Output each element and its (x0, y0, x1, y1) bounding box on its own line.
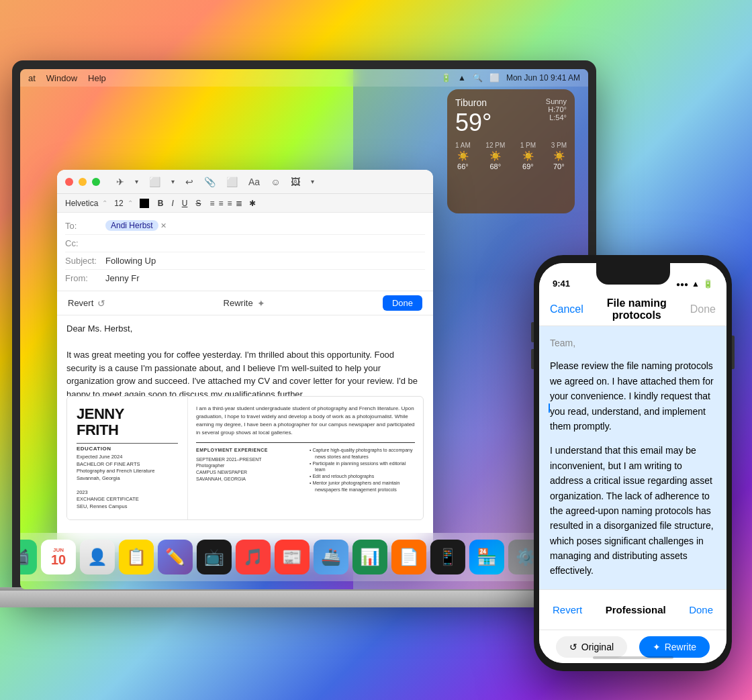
dock-news[interactable]: 📰 (275, 540, 310, 574)
ios-original-button[interactable]: ↺ Original (556, 636, 627, 658)
font-name[interactable]: Helvetica (65, 199, 98, 208)
subject-label: Subject: (65, 256, 105, 266)
ios-email-content[interactable]: Team, Please review the file naming prot… (539, 326, 726, 589)
menu-time: Mon Jun 10 9:41 AM (506, 73, 580, 83)
ios-nav-done-button[interactable]: Done (690, 303, 716, 315)
dock-numbers[interactable]: 📊 (352, 540, 387, 574)
send-icon[interactable]: ✈ (116, 177, 124, 187)
align-icon[interactable]: ≡ (209, 199, 214, 208)
weather-widget[interactable]: Tiburon 59° Sunny H:70° L:54° 1 AM ☀️ 66… (447, 89, 575, 213)
maximize-button[interactable] (92, 178, 100, 186)
mail-body[interactable]: Dear Ms. Herbst, It was great meeting yo… (57, 315, 433, 396)
body-text: It was great meeting you for coffee yest… (66, 348, 424, 396)
iphone-screen: 9:41 ●●● ▲ 🔋 Cancel File naming protocol… (539, 263, 726, 663)
dock-appstore[interactable]: 🏪 (469, 540, 504, 574)
more-icon[interactable]: ✱ (249, 199, 256, 208)
cv-education-title: EDUCATION (77, 443, 178, 452)
dock-notes[interactable]: 📋 (119, 540, 154, 574)
ios-writing-done-button[interactable]: Done (689, 604, 713, 615)
underline-btn[interactable]: U (180, 198, 190, 209)
minimize-button[interactable] (79, 178, 87, 186)
menu-item-help[interactable]: Help (88, 73, 106, 83)
rewrite-label: Rewrite (224, 298, 253, 308)
cc-label: Cc: (65, 238, 105, 248)
italic-btn[interactable]: I (169, 198, 175, 209)
dock-transporter[interactable]: 🚢 (314, 540, 348, 574)
subject-field-row: Subject: Following Up (65, 252, 425, 270)
subject-value[interactable]: Following Up (105, 256, 156, 266)
dock-facetime[interactable]: 📹 (20, 540, 37, 574)
ios-rewrite-button[interactable]: ✦ Rewrite (639, 636, 710, 658)
cv-bullets-col: • Capture high-quality photographs to ac… (310, 447, 415, 493)
power-button[interactable] (732, 336, 735, 369)
ios-cancel-button[interactable]: Cancel (550, 303, 583, 315)
menu-item-at[interactable]: at (28, 73, 36, 83)
rewrite-icon: ✦ (257, 298, 265, 309)
dock-freeform[interactable]: ✏️ (158, 540, 193, 574)
emoji-icon[interactable]: ☺ (271, 177, 280, 187)
align-icon3[interactable]: ≡ (227, 199, 232, 208)
macbook-screen: at Window Help 🔋 ▲ 🔍 ⬜ Mon Jun 10 9:41 A… (20, 69, 588, 589)
weather-timeline: 1 AM ☀️ 66° 12 PM ☀️ 68° 1 PM ☀️ 69° 3 P… (455, 142, 567, 170)
iphone-status-icons: ●●● ▲ 🔋 (676, 279, 713, 289)
greeting: Dear Ms. Herbst, (66, 322, 424, 336)
cv-education-detail: Expected June 2024 BACHELOR OF FINE ARTS… (77, 454, 178, 510)
rewrite-icon: ✦ (653, 642, 661, 652)
done-button[interactable]: Done (383, 295, 422, 311)
cv-bullet-3: • Edit and retouch photographs (310, 473, 415, 480)
from-label: From: (65, 273, 105, 283)
compose-chevron[interactable]: ▾ (171, 178, 175, 185)
compose-icon[interactable]: ⬜ (149, 177, 160, 187)
menu-bar-right: 🔋 ▲ 🔍 ⬜ Mon Jun 10 9:41 AM (441, 73, 580, 83)
battery-status-icon: 🔋 (703, 279, 713, 289)
photo-chevron[interactable]: ▾ (311, 178, 314, 185)
send-chevron[interactable]: ▾ (135, 178, 138, 185)
font-size[interactable]: 12 (114, 199, 123, 208)
rewrite-toolbar: Revert ↺ Rewrite ✦ Done (57, 291, 433, 315)
volume-up-button[interactable] (531, 322, 534, 342)
dock-contacts[interactable]: 👤 (80, 540, 115, 574)
strikethrough-btn[interactable]: S (193, 198, 203, 209)
dock-music[interactable]: 🎵 (236, 540, 271, 574)
rewrite-button[interactable]: Rewrite ✦ (224, 298, 265, 309)
dynamic-island (596, 263, 670, 285)
mail-window: ✈ ▾ ⬜ ▾ ↩ 📎 ⬜ Aa ☺ 🖼 ▾ Helvetica ⌃ 12 (57, 170, 433, 552)
dock-pages[interactable]: 📄 (391, 540, 426, 574)
attachment-icon[interactable]: 📎 (204, 177, 216, 187)
photo-icon[interactable]: 🖼 (291, 177, 300, 187)
search-menu-icon[interactable]: 🔍 (473, 73, 483, 83)
iphone-time: 9:41 (553, 279, 570, 289)
dock-appletv[interactable]: 📺 (197, 540, 232, 574)
to-field-row: To: Andi Herbst ✕ (65, 217, 425, 235)
iphone: 9:41 ●●● ▲ 🔋 Cancel File naming protocol… (534, 255, 732, 671)
bold-btn[interactable]: B (156, 198, 166, 209)
cv-left: JENNYFRITH EDUCATION Expected June 2024 … (67, 397, 188, 519)
wifi-status-icon: ▲ (692, 279, 700, 289)
cv-employment-title: EMPLOYMENT EXPERIENCE (196, 447, 301, 454)
weather-info: Sunny H:70° L:54° (546, 97, 567, 121)
ios-paragraph-2: I understand that this email may be inco… (550, 443, 716, 579)
cv-preview: JENNYFRITH EDUCATION Expected June 2024 … (66, 396, 424, 520)
dock-iphone-mirroring[interactable]: 📱 (430, 540, 465, 574)
font-icon[interactable]: Aa (248, 177, 260, 187)
fullscreen-icon[interactable]: ⬜ (226, 177, 238, 187)
color-swatch[interactable] (140, 199, 149, 208)
dock-calendar[interactable]: JUN 10 (41, 540, 76, 574)
to-value[interactable]: Andi Herbst (105, 220, 158, 231)
undo-icon[interactable]: ↩ (185, 177, 193, 187)
format-bar: Helvetica ⌃ 12 ⌃ B I U S ≡ ≡ ≡ ≣ ✱ (57, 194, 433, 213)
ios-nav: Cancel File naming protocols Done (539, 293, 726, 326)
ios-email-greeting: Team, (550, 336, 716, 350)
from-field-row: From: Jenny Fr (65, 270, 425, 287)
list-icon[interactable]: ≣ (236, 199, 242, 208)
from-value: Jenny Fr (105, 273, 140, 283)
close-button[interactable] (65, 178, 73, 186)
revert-button[interactable]: Revert ↺ (68, 298, 105, 309)
dock: 🌸 📹 JUN 10 👤 📋 ✏️ 📺 🎵 📰 🚢 📊 (20, 533, 588, 581)
volume-down-button[interactable] (531, 349, 534, 369)
menu-item-window[interactable]: Window (46, 73, 77, 83)
weather-city: Tiburon (455, 97, 491, 108)
ios-revert-button[interactable]: Revert (553, 604, 582, 615)
align-icon2[interactable]: ≡ (218, 199, 223, 208)
mail-titlebar: ✈ ▾ ⬜ ▾ ↩ 📎 ⬜ Aa ☺ 🖼 ▾ (57, 170, 433, 194)
